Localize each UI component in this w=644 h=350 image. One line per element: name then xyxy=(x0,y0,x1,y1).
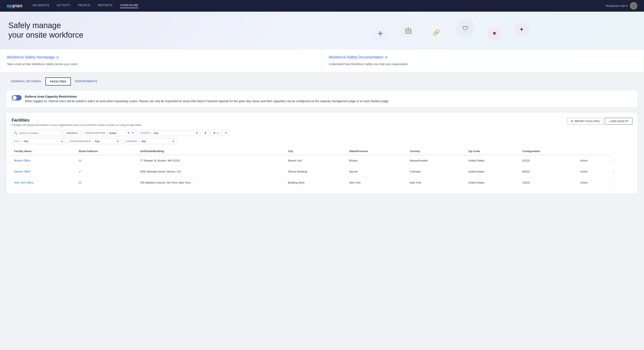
country-filter-label: COUNTRY xyxy=(125,140,137,142)
th-city: City xyxy=(286,147,347,155)
external-link-icon: ⧉ xyxy=(56,56,58,59)
homepage-link[interactable]: Workforce Safety Homepage ⧉ xyxy=(7,55,315,60)
cell-status-icon: ⊖ xyxy=(76,155,138,166)
city-filter-label: CITY xyxy=(14,140,20,142)
cell-status-icon: ✓ xyxy=(76,166,138,177)
row-menu-button-2[interactable]: ⋮ xyxy=(612,180,616,185)
facilities-section: Facilities Facilities are physical locat… xyxy=(7,113,637,193)
homepage-link-text: Workforce Safety Homepage xyxy=(7,55,55,60)
facilities-actions: ⬆ IMPORT FACILITIES + ADD FACILITY xyxy=(567,118,632,125)
main-content: GENERAL SETTINGS FACILITIES DEPARTMENTS … xyxy=(0,72,644,348)
filter-row-2: CITY | Any ▼ STATE/PROVINCE | Any ▼ COUN… xyxy=(12,138,632,144)
info-cards-container: Workforce Safety Homepage ⧉ Take a look … xyxy=(0,49,644,72)
tab-general-settings[interactable]: GENERAL SETTINGS xyxy=(7,77,46,86)
th-state: State/Province xyxy=(347,147,407,155)
facilities-title: Facilities xyxy=(12,118,141,123)
facilities-title-block: Facilities Facilities are physical locat… xyxy=(12,118,141,126)
config-filter-value: Active xyxy=(109,131,126,135)
hero-icon-6: ✦ xyxy=(514,22,529,37)
facilities-tbody: Boston Office ⊖ 77 Sleeper St, Boston, M… xyxy=(12,155,632,188)
nav-configure[interactable]: CONFIGURE xyxy=(120,4,138,8)
download-button[interactable]: ⬇ xyxy=(202,130,209,136)
cell-config: Active xyxy=(578,155,609,166)
state-filter[interactable]: STATE/PROVINCE | Any ▼ xyxy=(67,138,121,144)
cell-address: 1550 Wewatta Street, Denver, CO. xyxy=(138,166,286,177)
import-label: IMPORT FACILITIES xyxy=(574,120,600,123)
hero-title: Safely manage your onsite workforce xyxy=(8,21,83,40)
cell-unit: Denver Building xyxy=(286,166,347,177)
city-filter-arrow: ▼ xyxy=(61,140,63,143)
toggle-label: Enforce Area Capacity Restrictions When … xyxy=(25,95,389,103)
config-filter-arrow: ▼ xyxy=(132,131,134,134)
cell-country: United States xyxy=(466,166,520,177)
capacity-toggle[interactable] xyxy=(12,95,22,100)
cell-menu: ⋮ xyxy=(609,166,632,177)
facility-name-link-2[interactable]: New York Office xyxy=(14,181,33,184)
th-street-address: Street Address xyxy=(76,147,138,155)
documentation-link[interactable]: Workforce Safety Documentation ⧉ xyxy=(329,55,637,60)
external-link-icon-2: ⧉ xyxy=(385,56,387,59)
import-facilities-button[interactable]: ⬆ IMPORT FACILITIES xyxy=(567,118,603,125)
config-filter[interactable]: CONFIGURATION | Active ✕ ▼ xyxy=(82,130,136,136)
state-filter-arrow: ▼ xyxy=(116,140,119,143)
status-inactive-icon: ⊖ xyxy=(78,181,82,185)
facility-name-link-0[interactable]: Boston Office xyxy=(14,159,30,162)
nav-activity[interactable]: ACTIVITY xyxy=(57,4,71,8)
config-filter-clear[interactable]: ✕ xyxy=(127,131,130,135)
search-input[interactable] xyxy=(19,131,56,135)
cell-zip: 80202 xyxy=(520,166,578,177)
hero-icon-3: 🔗 xyxy=(429,25,444,40)
toggle-capacity-row: Enforce Area Capacity Restrictions When … xyxy=(7,91,637,107)
row-menu-button-1[interactable]: ⋮ xyxy=(612,169,616,174)
cell-menu: ⋮ xyxy=(609,177,632,188)
tab-departments[interactable]: DEPARTMENTS xyxy=(71,77,102,86)
user-avatar[interactable]: 👤 xyxy=(630,2,637,10)
filter-button[interactable]: ▼ ≡ xyxy=(211,130,220,136)
th-config: Configuration xyxy=(520,147,578,155)
th-country: Country xyxy=(407,147,466,155)
documentation-description: Understand how Workforce Safety can help… xyxy=(329,62,637,66)
th-facility-name[interactable]: Facility Name ↑ xyxy=(12,147,76,155)
search-icon: 🔍 xyxy=(14,131,18,135)
table-row: New York Office ⊖ 135 Madison Avenue, 4t… xyxy=(12,177,632,188)
add-facility-button[interactable]: + ADD FACILITY xyxy=(605,118,632,125)
facility-name-link-1[interactable]: Denver Office xyxy=(14,170,30,173)
status-filter[interactable]: STATUS | Any ▼ xyxy=(138,130,200,136)
toggle-title: Enforce Area Capacity Restrictions xyxy=(25,95,389,98)
country-filter[interactable]: COUNTRY | Any ▼ xyxy=(123,138,177,144)
status-filter-arrow: ▼ xyxy=(196,131,198,134)
cell-city: Boston xyxy=(347,155,407,166)
cell-city: Denver xyxy=(347,166,407,177)
nav-incidents[interactable]: INCIDENTS xyxy=(32,4,49,8)
table-row: Denver Office ✓ 1550 Wewatta Street, Den… xyxy=(12,166,632,177)
hero-icon-4: 🛡 xyxy=(456,19,475,38)
hero-icon-2: 🏥 xyxy=(400,22,416,39)
nav-reports[interactable]: REPORTS xyxy=(98,4,112,8)
cell-zip: 02210 xyxy=(520,155,578,166)
toggle-description: When toggled on, internal users will be … xyxy=(25,99,389,103)
th-zip: Zip Code xyxy=(466,147,520,155)
facilities-subtitle: Facilities are physical locations in you… xyxy=(12,123,141,126)
city-filter[interactable]: CITY | Any ▼ xyxy=(12,138,66,144)
row-menu-button-0[interactable]: ⋮ xyxy=(612,158,616,163)
topnav-right: Response Hub ▾ 👤 xyxy=(606,2,637,10)
response-hub-menu[interactable]: Response Hub ▾ xyxy=(606,4,628,8)
city-filter-value: Any xyxy=(24,140,59,143)
refresh-button[interactable]: ↺ xyxy=(222,130,229,136)
status-inactive-icon: ⊖ xyxy=(78,158,82,163)
search-button[interactable]: SEARCH xyxy=(63,130,80,136)
facilities-header: Facilities Facilities are physical locat… xyxy=(12,118,632,126)
hero-decorative-icons: ✛ 🏥 🔗 🛡 ♥ ✦ xyxy=(258,12,644,49)
tab-facilities[interactable]: FACILITIES xyxy=(46,77,71,86)
country-filter-value: Any xyxy=(141,140,170,143)
status-filter-label: STATUS xyxy=(140,132,150,134)
state-filter-value: Any xyxy=(95,140,115,143)
cell-unit: Building West xyxy=(286,177,347,188)
nav-people[interactable]: PEOPLE xyxy=(78,4,90,8)
cell-address: 135 Madison Avenue, 4th Floor, New York,… xyxy=(138,177,286,188)
info-card-homepage: Workforce Safety Homepage ⧉ Take a look … xyxy=(0,49,322,72)
cell-zip: 10016 xyxy=(520,177,578,188)
cell-config: Active xyxy=(578,177,609,188)
cell-facility-name: New York Office xyxy=(12,177,76,188)
table-row: Boston Office ⊖ 77 Sleeper St, Boston, M… xyxy=(12,155,632,166)
